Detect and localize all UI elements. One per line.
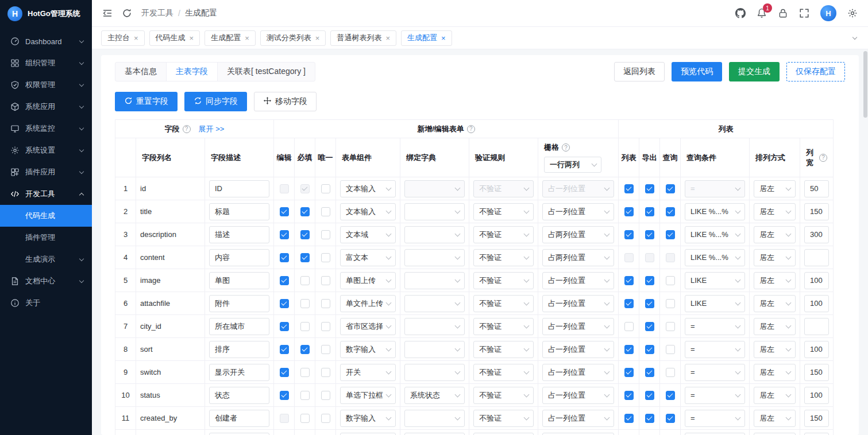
- validation-select[interactable]: 不验证: [473, 180, 534, 197]
- field-desc-input[interactable]: [209, 272, 269, 289]
- export-checkbox[interactable]: [645, 414, 654, 423]
- export-checkbox[interactable]: [645, 253, 654, 262]
- align-select[interactable]: 居左: [754, 295, 796, 312]
- dict-select[interactable]: [404, 433, 465, 435]
- export-checkbox[interactable]: [645, 184, 654, 193]
- export-checkbox[interactable]: [645, 391, 654, 400]
- field-desc-input[interactable]: [209, 203, 269, 220]
- column-width-input[interactable]: [804, 203, 829, 220]
- field-desc-input[interactable]: [209, 387, 269, 404]
- tab-item[interactable]: 主控台: [101, 30, 145, 46]
- grid-select[interactable]: [542, 433, 614, 435]
- query-checkbox[interactable]: [666, 207, 675, 216]
- sidebar-item-org[interactable]: 组织管理: [0, 52, 92, 74]
- dict-select[interactable]: [404, 226, 465, 243]
- edit-checkbox[interactable]: [280, 368, 289, 377]
- validation-select[interactable]: 不验证: [473, 226, 534, 243]
- required-checkbox[interactable]: [300, 299, 310, 308]
- tab-item[interactable]: 生成配置: [205, 30, 256, 46]
- dict-select[interactable]: [404, 272, 465, 289]
- condition-select[interactable]: LIKE %...%: [685, 203, 745, 220]
- sync-fields-button[interactable]: 同步字段: [184, 92, 247, 111]
- list-checkbox[interactable]: [624, 414, 634, 423]
- tab-item[interactable]: 生成配置: [401, 30, 452, 46]
- component-select[interactable]: 单选下拉框: [340, 387, 396, 404]
- query-checkbox[interactable]: [666, 276, 675, 285]
- column-width-input[interactable]: [804, 410, 829, 427]
- required-checkbox[interactable]: [300, 253, 310, 262]
- list-checkbox[interactable]: [624, 253, 634, 262]
- condition-select[interactable]: LIKE: [685, 295, 745, 312]
- dict-select[interactable]: [404, 410, 465, 427]
- validation-select[interactable]: [473, 433, 534, 435]
- validation-select[interactable]: 不验证: [473, 249, 534, 266]
- grid-select[interactable]: 占两列位置: [542, 249, 614, 266]
- close-icon[interactable]: [385, 34, 390, 42]
- column-width-input[interactable]: [804, 318, 829, 335]
- condition-select[interactable]: LIKE %...%: [685, 249, 745, 266]
- align-select[interactable]: 居左: [754, 387, 796, 404]
- component-select[interactable]: 文本输入: [340, 203, 396, 220]
- sidebar-item-generation-demo[interactable]: 生成演示: [0, 248, 92, 270]
- align-select[interactable]: 居左: [754, 249, 796, 266]
- tab-relation-table[interactable]: 关联表[ testCategory ]: [217, 62, 315, 81]
- breadcrumb-section[interactable]: 开发工具: [141, 8, 173, 18]
- query-checkbox[interactable]: [666, 345, 675, 354]
- lock-icon[interactable]: [778, 8, 788, 18]
- align-select[interactable]: 居左: [754, 364, 796, 381]
- grid-select[interactable]: 占两列位置: [542, 226, 614, 243]
- unique-checkbox[interactable]: [321, 207, 330, 216]
- export-checkbox[interactable]: [645, 299, 654, 308]
- dict-select[interactable]: [404, 295, 465, 312]
- condition-select[interactable]: =: [685, 387, 745, 404]
- sidebar-item-system-app[interactable]: 系统应用: [0, 96, 92, 118]
- required-checkbox[interactable]: [300, 368, 310, 377]
- sidebar-item-about[interactable]: 关于: [0, 292, 92, 314]
- grid-layout-select[interactable]: 一行两列: [544, 157, 601, 173]
- edit-checkbox[interactable]: [280, 184, 289, 193]
- github-icon[interactable]: [735, 8, 746, 18]
- required-checkbox[interactable]: [300, 230, 310, 239]
- required-checkbox[interactable]: [300, 322, 310, 331]
- list-checkbox[interactable]: [624, 184, 634, 193]
- query-checkbox[interactable]: [666, 253, 675, 262]
- unique-checkbox[interactable]: [321, 253, 330, 262]
- grid-select[interactable]: 占一列位置: [542, 295, 614, 312]
- condition-select[interactable]: =: [685, 341, 745, 358]
- field-desc-input[interactable]: [209, 180, 269, 197]
- fullscreen-icon[interactable]: [799, 8, 809, 18]
- edit-checkbox[interactable]: [280, 276, 289, 285]
- sidebar-item-plugin-app[interactable]: 插件应用: [0, 161, 92, 183]
- align-select[interactable]: 居左: [754, 180, 796, 197]
- field-desc-input[interactable]: [209, 410, 269, 427]
- dict-select[interactable]: [404, 341, 465, 358]
- grid-select[interactable]: 占一列位置: [542, 203, 614, 220]
- validation-select[interactable]: 不验证: [473, 387, 534, 404]
- unique-checkbox[interactable]: [321, 299, 330, 308]
- component-select[interactable]: 数字输入: [340, 410, 396, 427]
- save-config-only-button[interactable]: 仅保存配置: [786, 62, 845, 81]
- tab-item[interactable]: 普通树表列表: [330, 30, 396, 46]
- help-icon[interactable]: [183, 125, 191, 133]
- column-width-input[interactable]: [804, 433, 829, 435]
- column-width-input[interactable]: [804, 272, 829, 289]
- dict-select[interactable]: [404, 318, 465, 335]
- component-select[interactable]: 富文本: [340, 249, 396, 266]
- edit-checkbox[interactable]: [280, 299, 289, 308]
- grid-select[interactable]: 占一列位置: [542, 387, 614, 404]
- component-select[interactable]: 文本输入: [340, 180, 396, 197]
- field-desc-input[interactable]: [209, 295, 269, 312]
- dict-select[interactable]: [404, 203, 465, 220]
- close-icon[interactable]: [441, 34, 446, 42]
- list-checkbox[interactable]: [624, 345, 634, 354]
- unique-checkbox[interactable]: [321, 414, 330, 423]
- validation-select[interactable]: 不验证: [473, 203, 534, 220]
- grid-select[interactable]: 占一列位置: [542, 341, 614, 358]
- expand-link[interactable]: 展开 >>: [199, 124, 225, 134]
- edit-checkbox[interactable]: [280, 345, 289, 354]
- list-checkbox[interactable]: [624, 230, 634, 239]
- column-width-input[interactable]: [804, 180, 829, 197]
- move-fields-button[interactable]: 移动字段: [254, 92, 317, 111]
- sidebar-item-permission[interactable]: 权限管理: [0, 74, 92, 96]
- app-logo[interactable]: H HotGo管理系统: [0, 0, 92, 27]
